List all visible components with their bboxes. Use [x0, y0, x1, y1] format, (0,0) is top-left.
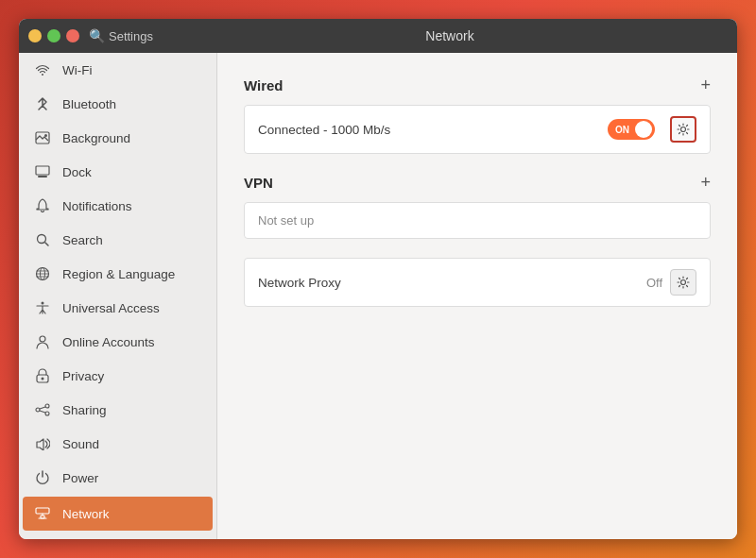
main-content: Wired + Connected - 1000 Mb/s ON	[217, 53, 737, 539]
settings-window: 🔍 Settings Network Wi-Fi	[19, 19, 737, 539]
proxy-status: Off	[646, 276, 662, 290]
sidebar-item-region[interactable]: Region & Language	[19, 257, 216, 291]
proxy-row: Network Proxy Off	[245, 259, 710, 306]
sidebar-item-power[interactable]: Power	[19, 461, 216, 495]
sound-icon	[34, 435, 51, 452]
proxy-title: Network Proxy	[258, 276, 646, 290]
toggle-label: ON	[615, 125, 629, 135]
vpn-add-button[interactable]: +	[700, 173, 711, 193]
wired-toggle[interactable]: ON	[608, 119, 655, 140]
sidebar-item-sharing[interactable]: Sharing	[19, 393, 216, 427]
wired-connection-row: Connected - 1000 Mb/s ON	[245, 106, 710, 153]
privacy-icon	[34, 367, 51, 384]
wired-title: Wired	[244, 77, 284, 93]
sidebar-item-label: Privacy	[62, 369, 104, 383]
sidebar-item-label: Sharing	[62, 403, 107, 417]
svg-point-20	[681, 127, 686, 132]
sidebar-item-label: Bluetooth	[62, 97, 116, 111]
svg-rect-2	[36, 166, 49, 175]
sidebar-item-label: Universal Access	[62, 301, 160, 315]
sidebar-item-label: Background	[62, 131, 130, 145]
titlebar-app-name: Settings	[109, 29, 153, 43]
search-sidebar-icon	[34, 231, 51, 248]
sidebar-item-network[interactable]: Network	[23, 497, 213, 531]
vpn-status-row: Not set up	[245, 203, 710, 238]
close-button[interactable]	[66, 29, 79, 42]
wired-card: Connected - 1000 Mb/s ON	[244, 105, 711, 154]
content-area: Wi-Fi Bluetooth Backgr	[19, 53, 737, 539]
background-icon	[34, 129, 51, 146]
sidebar-item-universal-access[interactable]: Universal Access	[19, 291, 216, 325]
maximize-button[interactable]	[47, 29, 60, 42]
sidebar-item-wifi[interactable]: Wi-Fi	[19, 53, 216, 87]
wired-connection-label: Connected - 1000 Mb/s	[258, 123, 608, 137]
svg-point-22	[681, 280, 686, 285]
sidebar-item-label: Sound	[62, 437, 99, 451]
sidebar-item-online-accounts[interactable]: Online Accounts	[19, 325, 216, 359]
wired-section: Wired + Connected - 1000 Mb/s ON	[244, 76, 711, 154]
titlebar-title: Network	[172, 28, 728, 43]
vpn-section: VPN + Not set up	[244, 173, 711, 239]
online-accounts-icon	[34, 333, 51, 350]
sharing-icon	[34, 401, 51, 418]
proxy-section: Network Proxy Off	[244, 258, 711, 307]
wired-settings-button[interactable]	[670, 116, 696, 143]
region-icon	[34, 265, 51, 282]
svg-point-12	[45, 412, 49, 415]
svg-point-1	[44, 134, 47, 137]
wired-section-header: Wired +	[244, 76, 711, 95]
search-icon: 🔍	[89, 28, 105, 43]
sidebar-item-label: Online Accounts	[62, 335, 155, 349]
minimize-button[interactable]	[28, 29, 42, 42]
dock-icon	[34, 163, 51, 180]
vpn-title: VPN	[244, 175, 273, 191]
svg-point-8	[40, 336, 45, 342]
notifications-icon	[34, 197, 51, 214]
svg-point-7	[42, 302, 44, 305]
bluetooth-icon	[34, 95, 51, 112]
sidebar: Wi-Fi Bluetooth Backgr	[19, 53, 217, 539]
sidebar-item-devices[interactable]: Devices ›	[19, 533, 216, 539]
sidebar-item-background[interactable]: Background	[19, 121, 216, 155]
vpn-section-header: VPN +	[244, 173, 711, 193]
sidebar-item-dock[interactable]: Dock	[19, 155, 216, 189]
universal-access-icon	[34, 299, 51, 316]
power-icon	[34, 469, 51, 486]
sidebar-item-search[interactable]: Search	[19, 223, 216, 257]
sidebar-item-label: Search	[62, 233, 103, 247]
sidebar-item-label: Notifications	[62, 199, 132, 213]
sidebar-item-bluetooth[interactable]: Bluetooth	[19, 87, 216, 121]
sidebar-item-notifications[interactable]: Notifications	[19, 189, 216, 223]
toggle-knob	[635, 121, 652, 138]
sidebar-item-sound[interactable]: Sound	[19, 427, 216, 461]
sidebar-item-privacy[interactable]: Privacy	[19, 359, 216, 393]
vpn-status-label: Not set up	[258, 213, 696, 228]
titlebar-search: 🔍 Settings	[89, 28, 153, 43]
wifi-icon	[34, 61, 51, 78]
window-controls	[28, 29, 79, 42]
titlebar: 🔍 Settings Network	[19, 19, 737, 53]
svg-point-10	[42, 378, 44, 380]
svg-point-13	[36, 408, 40, 412]
sidebar-item-label: Region & Language	[62, 267, 175, 281]
proxy-card: Network Proxy Off	[244, 258, 711, 307]
svg-rect-15	[36, 508, 49, 514]
sidebar-item-label: Network	[62, 507, 110, 521]
svg-point-11	[45, 404, 49, 408]
sidebar-item-label: Dock	[62, 165, 92, 179]
sidebar-item-label: Wi-Fi	[62, 63, 92, 77]
svg-rect-3	[38, 176, 47, 178]
network-icon	[34, 505, 51, 522]
vpn-card: Not set up	[244, 202, 711, 239]
sidebar-item-label: Power	[62, 471, 98, 485]
proxy-settings-button[interactable]	[670, 269, 696, 296]
wired-add-button[interactable]: +	[700, 76, 711, 95]
svg-point-4	[37, 234, 45, 243]
